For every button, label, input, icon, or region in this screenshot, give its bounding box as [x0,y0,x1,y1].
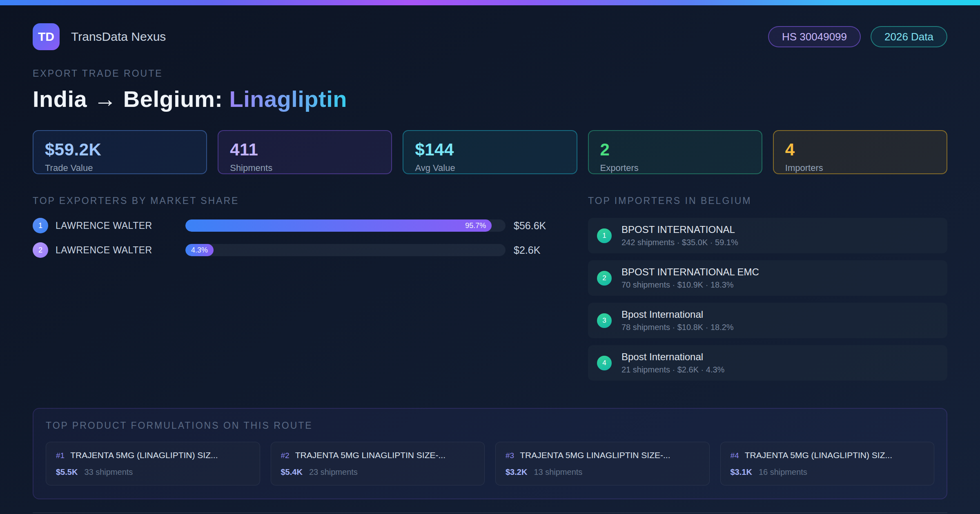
importer-item[interactable]: 1 BPOST INTERNATIONAL 242 shipments · $3… [588,218,947,253]
market-share-bar-fill: 95.7% [185,219,492,232]
product-rank: #1 [56,451,65,460]
footer: Source: Indian Customs Export Records tr… [33,512,947,514]
exporter-name: LAWRENCE WALTER [56,220,185,231]
stat-label: Avg Value [415,163,565,173]
stat-value: 2 [600,140,750,160]
exporter-rows: 1 LAWRENCE WALTER 95.7% $56.6K 2 LAWRENC… [33,218,559,258]
importer-item[interactable]: 2 BPOST INTERNATIONAL EMC 70 shipments ·… [588,260,947,296]
stat-card-shipments: 411 Shipments [218,130,392,174]
importer-item[interactable]: 3 Bpost International 78 shipments · $10… [588,303,947,338]
product-card[interactable]: #4 TRAJENTA 5MG (LINAGLIPTIN) SIZ... $3.… [720,442,935,485]
product-card[interactable]: #1 TRAJENTA 5MG (LINAGLIPTIN) SIZ... $5.… [46,442,260,485]
product-rank: #3 [506,451,514,460]
importer-rank-badge: 4 [597,356,612,370]
product-rank: #2 [281,451,290,460]
importer-name: Bpost International [621,309,734,320]
product-value: $3.2K [506,467,527,477]
market-share-bar-track: 95.7% [185,219,506,232]
product-value: $5.5K [56,467,78,477]
importer-name: Bpost International [621,351,724,363]
market-share-bar-track: 4.3% [185,244,506,256]
product-cards: #1 TRAJENTA 5MG (LINAGLIPTIN) SIZ... $5.… [46,442,934,485]
product-value: $3.1K [731,467,752,477]
exporters-section: TOP EXPORTERS BY MARKET SHARE 1 LAWRENCE… [33,195,559,267]
importers-heading: TOP IMPORTERS IN BELGIUM [588,195,947,206]
product-title: TRAJENTA 5MG LINAGLIPTIN SIZE-... [520,450,670,460]
importer-meta: 78 shipments · $10.8K · 18.2% [621,323,734,332]
year-data-badge[interactable]: 2026 Data [871,26,947,47]
stat-label: Importers [785,163,935,173]
top-accent-bar [0,0,980,5]
importer-meta: 21 shipments · $2.6K · 4.3% [621,365,724,374]
importer-rank-badge: 3 [597,313,612,328]
importers-section: TOP IMPORTERS IN BELGIUM 1 BPOST INTERNA… [588,195,947,388]
hs-code-badge[interactable]: HS 30049099 [768,26,861,47]
product-card[interactable]: #2 TRAJENTA 5MG LINAGLIPTIN SIZE-... $5.… [271,442,485,485]
exporter-rank-badge: 2 [33,242,48,258]
product-shipments: 16 shipments [759,467,807,477]
title-route: India → Belgium: [33,86,229,112]
exporter-row: 1 LAWRENCE WALTER 95.7% $56.6K [33,218,559,233]
stat-card-exporters: 2 Exporters [588,130,762,174]
stat-card-avg-value: $144 Avg Value [403,130,577,174]
product-value: $5.4K [281,467,303,477]
stat-label: Exporters [600,163,750,173]
stat-value: $59.2K [45,140,195,160]
brand-name: TransData Nexus [71,30,166,44]
products-panel: TOP PRODUCT FORMULATIONS ON THIS ROUTE #… [33,408,947,499]
product-card[interactable]: #3 TRAJENTA 5MG LINAGLIPTIN SIZE-... $3.… [495,442,710,485]
eyebrow-label: EXPORT TRADE ROUTE [33,68,947,79]
stat-label: Shipments [230,163,380,173]
stat-card-importers: 4 Importers [773,130,947,174]
importer-meta: 242 shipments · $35.0K · 59.1% [621,238,738,247]
importer-list: 1 BPOST INTERNATIONAL 242 shipments · $3… [588,218,947,381]
stat-label: Trade Value [45,163,195,173]
exporter-rank-badge: 1 [33,218,48,233]
importer-rank-badge: 1 [597,228,612,243]
stat-card-trade-value: $59.2K Trade Value [33,130,207,174]
title-highlight: Linagliptin [229,86,347,112]
product-shipments: 33 shipments [84,467,133,477]
importer-rank-badge: 2 [597,271,612,286]
stat-value: 4 [785,140,935,160]
product-title: TRAJENTA 5MG (LINAGLIPTIN) SIZ... [70,450,218,460]
exporter-row: 2 LAWRENCE WALTER 4.3% $2.6K [33,242,559,258]
product-shipments: 23 shipments [309,467,358,477]
market-share-bar-fill: 4.3% [185,244,214,256]
importer-name: BPOST INTERNATIONAL [621,224,738,235]
page-container: TD TransData Nexus HS 30049099 2026 Data… [0,5,980,514]
exporter-value: $2.6K [514,244,559,256]
stat-value: 411 [230,140,380,160]
header-badges: HS 30049099 2026 Data [768,26,947,47]
share-percent-label: 4.3% [191,246,208,255]
header: TD TransData Nexus HS 30049099 2026 Data [33,23,947,50]
exporters-heading: TOP EXPORTERS BY MARKET SHARE [33,195,559,206]
page-title: India → Belgium: Linagliptin [33,86,947,112]
brand-logo: TD [33,23,60,50]
stats-row: $59.2K Trade Value 411 Shipments $144 Av… [33,130,947,174]
exporter-value: $56.6K [514,220,559,232]
importer-name: BPOST INTERNATIONAL EMC [621,266,759,278]
brand: TD TransData Nexus [33,23,166,50]
stat-value: $144 [415,140,565,160]
product-title: TRAJENTA 5MG LINAGLIPTIN SIZE-... [295,450,445,460]
importer-meta: 70 shipments · $10.9K · 18.3% [621,280,759,290]
product-title: TRAJENTA 5MG (LINAGLIPTIN) SIZ... [745,450,892,460]
exporter-name: LAWRENCE WALTER [56,245,185,256]
importer-item[interactable]: 4 Bpost International 21 shipments · $2.… [588,345,947,381]
main-columns: TOP EXPORTERS BY MARKET SHARE 1 LAWRENCE… [33,195,947,388]
product-rank: #4 [731,451,739,460]
products-heading: TOP PRODUCT FORMULATIONS ON THIS ROUTE [46,420,934,431]
product-shipments: 13 shipments [534,467,582,477]
share-percent-label: 95.7% [465,222,486,230]
